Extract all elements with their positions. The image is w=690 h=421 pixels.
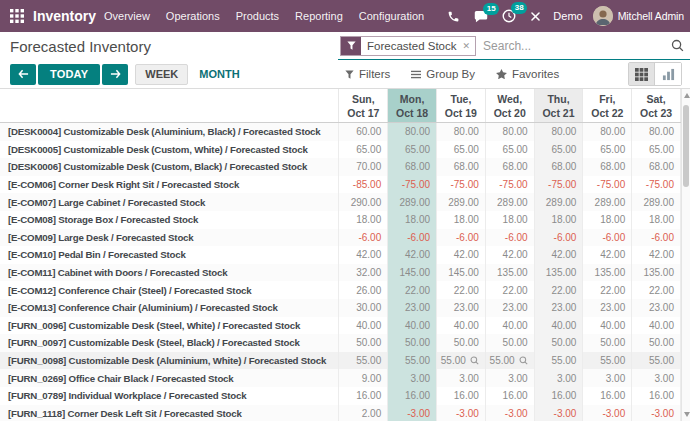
grid-cell[interactable]: 42.00 [535, 246, 584, 264]
next-week-button[interactable] [102, 64, 128, 85]
grid-cell[interactable]: 16.00 [437, 387, 486, 405]
grid-cell[interactable]: 65.00 [535, 141, 584, 159]
grid-cell[interactable]: 65.00 [388, 141, 437, 159]
scroll-up-arrow[interactable] [684, 93, 690, 98]
grid-cell[interactable]: 22.00 [535, 281, 584, 299]
grid-cell[interactable]: 16.00 [535, 387, 584, 405]
grid-cell[interactable]: 18.00 [388, 211, 437, 229]
grid-cell[interactable]: 16.00 [339, 387, 388, 405]
grid-cell[interactable]: -6.00 [388, 229, 437, 247]
grid-cell[interactable]: 23.00 [583, 299, 632, 317]
grid-cell[interactable]: 16.00 [388, 387, 437, 405]
tools-icon[interactable] [530, 11, 541, 22]
grid-cell[interactable]: 2.00 [339, 405, 388, 421]
grid-cell[interactable]: -6.00 [583, 229, 632, 247]
group-by-menu[interactable]: Group By [411, 68, 475, 80]
row-label[interactable]: [E-COM08] Storage Box / Forecasted Stock [0, 211, 339, 229]
today-button[interactable]: TODAY [38, 64, 100, 85]
grid-cell[interactable]: 55.00 [339, 352, 388, 370]
grid-cell[interactable]: -6.00 [486, 229, 535, 247]
grid-cell[interactable]: 40.00 [632, 317, 681, 335]
grid-cell[interactable]: 70.00 [339, 158, 388, 176]
grid-cell[interactable]: 135.00 [632, 264, 681, 282]
grid-cell[interactable]: 23.00 [632, 299, 681, 317]
row-label[interactable]: [DESK0006] Customizable Desk (Custom, Bl… [0, 158, 339, 176]
row-label[interactable]: [FURN_0097] Customizable Desk (Steel, Bl… [0, 334, 339, 352]
grid-cell[interactable]: 23.00 [388, 299, 437, 317]
grid-cell[interactable]: 68.00 [486, 158, 535, 176]
grid-cell[interactable]: 23.00 [437, 299, 486, 317]
grid-cell[interactable]: 40.00 [535, 317, 584, 335]
grid-cell[interactable]: 3.00 [437, 369, 486, 387]
apps-grid-icon[interactable] [10, 9, 24, 23]
grid-cell[interactable]: 50.00 [388, 334, 437, 352]
grid-cell[interactable]: 18.00 [486, 211, 535, 229]
grid-cell[interactable]: 135.00 [583, 264, 632, 282]
search-bar[interactable]: Forecasted Stock ✕ Search... [338, 32, 690, 60]
grid-cell[interactable]: 18.00 [535, 211, 584, 229]
magnifier-icon[interactable] [470, 356, 479, 365]
grid-cell[interactable]: 30.00 [339, 299, 388, 317]
row-label[interactable]: [E-COM13] Conference Chair (Aluminium) /… [0, 299, 339, 317]
grid-cell[interactable]: 23.00 [535, 299, 584, 317]
grid-cell[interactable]: 42.00 [339, 246, 388, 264]
grid-cell[interactable]: 50.00 [339, 334, 388, 352]
favorites-menu[interactable]: Favorites [496, 68, 559, 80]
scrollbar-thumb[interactable] [683, 105, 689, 187]
grid-cell[interactable]: -3.00 [535, 405, 584, 421]
grid-cell[interactable]: 65.00 [583, 141, 632, 159]
grid-cell[interactable]: 80.00 [632, 123, 681, 141]
grid-cell[interactable]: -3.00 [388, 405, 437, 421]
grid-cell[interactable]: 65.00 [437, 141, 486, 159]
row-label[interactable]: [DESK0004] Customizable Desk (Aluminium,… [0, 123, 339, 141]
vertical-scrollbar[interactable] [681, 89, 690, 421]
grid-cell[interactable]: 42.00 [437, 246, 486, 264]
magnifier-icon[interactable] [519, 356, 528, 365]
grid-cell[interactable]: 68.00 [632, 158, 681, 176]
grid-cell[interactable]: 289.00 [437, 193, 486, 211]
filters-menu[interactable]: Filters [345, 68, 390, 80]
grid-cell[interactable]: 16.00 [486, 387, 535, 405]
grid-cell[interactable]: 145.00 [437, 264, 486, 282]
grid-cell[interactable]: 80.00 [388, 123, 437, 141]
row-label[interactable]: [DESK0005] Customizable Desk (Custom, Wh… [0, 141, 339, 159]
grid-cell[interactable]: 50.00 [437, 334, 486, 352]
grid-cell[interactable]: 22.00 [388, 281, 437, 299]
grid-cell[interactable]: 42.00 [388, 246, 437, 264]
grid-cell[interactable]: 3.00 [583, 369, 632, 387]
row-label[interactable]: [E-COM07] Large Cabinet / Forecasted Sto… [0, 193, 339, 211]
grid-cell[interactable]: 22.00 [437, 281, 486, 299]
grid-cell[interactable]: -75.00 [535, 176, 584, 194]
grid-cell[interactable]: -85.00 [339, 176, 388, 194]
grid-cell[interactable]: 22.00 [486, 281, 535, 299]
row-label[interactable]: [E-COM12] Conference Chair (Steel) / For… [0, 281, 339, 299]
grid-cell[interactable]: 68.00 [535, 158, 584, 176]
grid-cell[interactable]: 40.00 [486, 317, 535, 335]
row-label[interactable]: [E-COM09] Large Desk / Forecasted Stock [0, 229, 339, 247]
graph-view-button[interactable] [655, 63, 681, 85]
grid-cell[interactable]: 55.00 [535, 352, 584, 370]
grid-cell[interactable]: 60.00 [339, 123, 388, 141]
grid-cell[interactable]: 55.00 [632, 352, 681, 370]
month-range-button[interactable]: MONTH [199, 68, 239, 80]
grid-cell[interactable]: 9.00 [339, 369, 388, 387]
grid-cell[interactable]: 18.00 [632, 211, 681, 229]
row-label[interactable]: [E-COM10] Pedal Bin / Forecasted Stock [0, 246, 339, 264]
grid-cell[interactable]: 80.00 [437, 123, 486, 141]
grid-cell[interactable]: 23.00 [486, 299, 535, 317]
demo-menu[interactable]: Demo [553, 10, 582, 22]
menu-products[interactable]: Products [228, 10, 287, 22]
row-label[interactable]: [E-COM06] Corner Desk Right Sit / Foreca… [0, 176, 339, 194]
menu-operations[interactable]: Operations [158, 10, 228, 22]
grid-cell[interactable]: -75.00 [632, 176, 681, 194]
grid-cell[interactable]: 16.00 [632, 387, 681, 405]
phone-icon[interactable] [447, 10, 460, 23]
row-label[interactable]: [FURN_0096] Customizable Desk (Steel, Wh… [0, 317, 339, 335]
grid-cell[interactable]: 80.00 [486, 123, 535, 141]
grid-cell[interactable]: 40.00 [583, 317, 632, 335]
grid-cell[interactable]: -3.00 [437, 405, 486, 421]
grid-cell[interactable]: 22.00 [632, 281, 681, 299]
grid-cell[interactable]: 68.00 [583, 158, 632, 176]
search-input[interactable]: Search... [483, 39, 671, 53]
scroll-down-arrow[interactable] [684, 412, 690, 417]
